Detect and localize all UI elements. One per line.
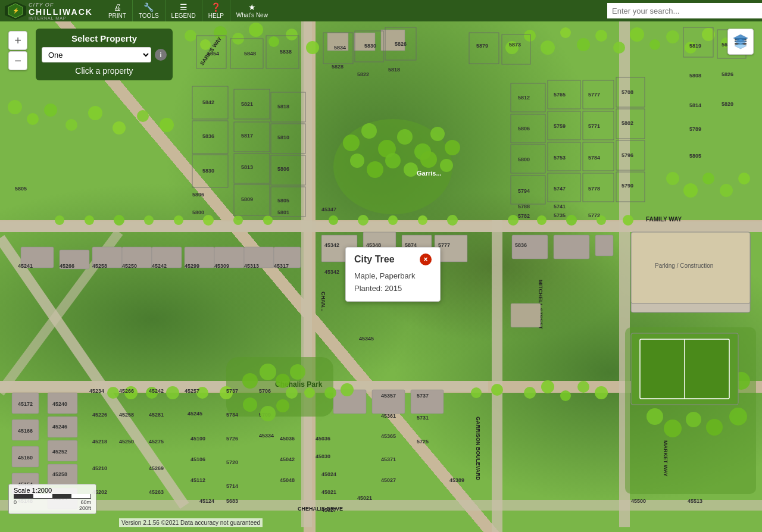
star-icon: ★ [248,3,256,11]
logo-subtitle: INTERNAL MAP [29,16,93,20]
search-input[interactable] [607,3,762,18]
help-button[interactable]: ❓ HELP [202,0,230,21]
property-select-row: One Two Three i [42,47,167,62]
scale-ratio: Scale 1:2000 [14,487,91,494]
layers-button[interactable] [727,29,754,55]
scale-distance-meters: 60m [80,499,91,505]
popup-title: City Tree [354,254,395,265]
whats-new-button[interactable]: ★ What's New [230,2,274,20]
help-label: HELP [208,12,224,19]
zoom-in-button[interactable]: + [8,31,27,50]
logo-area: ⚡ CITY OF CHILLIWACK INTERNAL MAP [0,0,98,21]
tools-icon: 🔧 [143,3,154,11]
tools-label: TOOLS [139,12,159,19]
property-dropdown[interactable]: One Two Three [42,47,151,62]
scale-bar: Scale 1:2000 0 60m 200ft [8,484,96,514]
print-icon: 🖨 [113,3,121,11]
search-bar [607,3,762,18]
legend-button[interactable]: ☰ LEGEND [165,0,202,21]
popup-header: City Tree × [354,254,432,265]
print-label: PRINT [108,12,126,19]
popup-close-button[interactable]: × [420,254,432,265]
popup-detail2: Planted: 2015 [354,283,432,295]
property-panel: Select Property One Two Three i Click a … [36,29,173,80]
print-button[interactable]: 🖨 PRINT [102,0,133,21]
legend-label: LEGEND [171,12,196,19]
whats-new-label: What's New [236,12,268,18]
logo-text-block: CITY OF CHILLIWACK INTERNAL MAP [29,2,93,20]
click-property-text: Click a property [42,66,167,76]
city-tree-popup: City Tree × Maple, Paperbark Planted: 20… [345,247,441,302]
svg-text:⚡: ⚡ [13,7,20,14]
scale-zero: 0 [14,499,17,505]
property-title: Select Property [42,33,167,43]
tools-button[interactable]: 🔧 TOOLS [133,0,165,21]
zoom-out-button[interactable]: − [8,51,27,70]
popup-content: Maple, Paperbark Planted: 2015 [354,270,432,295]
logo-shield: ⚡ [5,2,26,20]
header-bar: ⚡ CITY OF CHILLIWACK INTERNAL MAP 🖨 PRIN… [0,0,762,21]
info-icon[interactable]: i [155,49,167,61]
logo-city: CITY OF [29,2,93,8]
legend-icon: ☰ [180,3,188,11]
scale-distance-feet: 200ft [79,505,91,511]
version-text: Version 2.1.56 ©2021 Data accuracy not g… [119,518,263,527]
popup-detail1: Maple, Paperbark [354,270,432,283]
nav-tools: 🖨 PRINT 🔧 TOOLS ☰ LEGEND ❓ HELP ★ What's… [102,0,274,21]
zoom-controls: + − [8,31,27,70]
help-icon: ❓ [211,3,221,11]
logo-name: CHILLIWACK [29,8,93,16]
